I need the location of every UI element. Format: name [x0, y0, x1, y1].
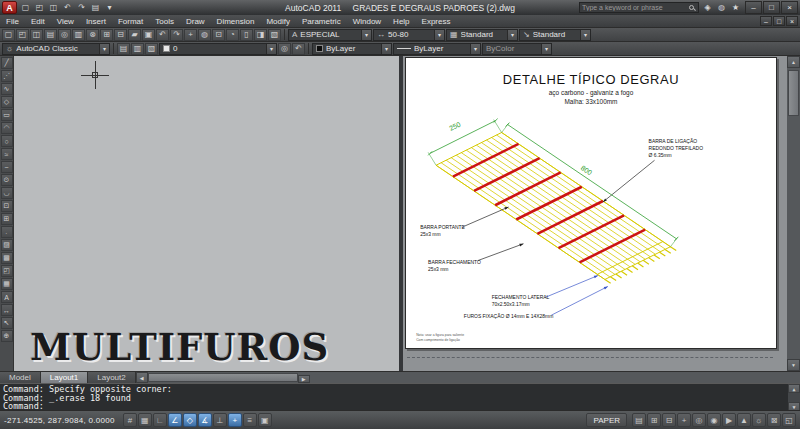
- layer-combo[interactable]: 0 ▾: [159, 43, 277, 55]
- quick-access-menu-icon[interactable]: ▾: [103, 2, 116, 14]
- dropdown-arrow-icon[interactable]: ▾: [507, 30, 517, 40]
- toolbar-lock-icon[interactable]: ⊠: [767, 413, 781, 427]
- scroll-down-icon[interactable]: ▼: [787, 359, 800, 371]
- plot-icon[interactable]: ▤: [89, 2, 102, 14]
- minimize-button[interactable]: –: [745, 1, 762, 14]
- dropdown-arrow-icon[interactable]: ▾: [580, 30, 590, 40]
- hatch-icon[interactable]: ▨: [1, 239, 13, 251]
- layer-isolate-icon[interactable]: ▧: [145, 43, 158, 55]
- color-combo[interactable]: ByLayer ▾: [312, 43, 392, 55]
- zoom-window-icon[interactable]: ⊡: [212, 29, 225, 41]
- dyn-toggle[interactable]: +: [228, 413, 242, 427]
- search-icon[interactable]: [689, 5, 694, 10]
- text-style-combo[interactable]: A ESPECIAL ▾: [288, 29, 372, 41]
- dropdown-arrow-icon[interactable]: ▾: [361, 30, 371, 40]
- quick-view-drawings-icon[interactable]: ⊟: [662, 413, 676, 427]
- dropdown-arrow-icon[interactable]: ▾: [434, 30, 444, 40]
- tool-palettes-icon[interactable]: ▧: [268, 29, 281, 41]
- open-icon[interactable]: ◰: [16, 29, 29, 41]
- cut-icon[interactable]: ⊗: [86, 29, 99, 41]
- construction-line-icon[interactable]: ⋰: [1, 70, 13, 82]
- dropdown-arrow-icon[interactable]: ▾: [99, 44, 109, 54]
- undo-icon[interactable]: ↶: [156, 29, 169, 41]
- save-icon[interactable]: ◫: [30, 29, 43, 41]
- redo-icon[interactable]: ↷: [170, 29, 183, 41]
- linetype-combo[interactable]: ByLayer ▾: [393, 43, 481, 55]
- paper-space-button[interactable]: PAPER: [586, 413, 627, 427]
- scroll-up-icon[interactable]: ▲: [788, 384, 800, 393]
- favorites-icon[interactable]: ★: [729, 2, 742, 14]
- properties-icon[interactable]: ▯: [240, 29, 253, 41]
- tab-model[interactable]: Model: [0, 372, 41, 383]
- pan-icon[interactable]: +: [677, 413, 691, 427]
- line-icon[interactable]: ╱: [1, 57, 13, 69]
- region-icon[interactable]: ◰: [1, 265, 13, 277]
- save-icon[interactable]: ◫: [47, 2, 60, 14]
- zoom-previous-icon[interactable]: ◔: [226, 29, 239, 41]
- menu-item[interactable]: Window: [347, 15, 387, 27]
- clean-screen-icon[interactable]: ◱: [782, 413, 796, 427]
- insert-block-icon[interactable]: ⊡: [1, 200, 13, 212]
- horizontal-scrollbar[interactable]: ◀ ▶: [136, 372, 800, 383]
- menu-item[interactable]: File: [0, 15, 25, 27]
- qnew-icon[interactable]: ▢: [2, 29, 15, 41]
- vertical-scrollbar[interactable]: ▲ ▼: [787, 56, 800, 371]
- tolerance-icon[interactable]: ⊕: [1, 330, 13, 342]
- mleader-style-combo[interactable]: ↘ Standard ▾: [519, 29, 591, 41]
- menu-item[interactable]: Tools: [149, 15, 180, 27]
- dim-style-combo[interactable]: ↔ 50-80 ▾: [373, 29, 445, 41]
- otrack-toggle[interactable]: ∡: [198, 413, 212, 427]
- mtext-icon[interactable]: A: [1, 291, 13, 303]
- menu-item[interactable]: Edit: [25, 15, 51, 27]
- match-properties-icon[interactable]: ▰: [128, 29, 141, 41]
- polyline-icon[interactable]: ∿: [1, 83, 13, 95]
- scroll-left-icon[interactable]: ◀: [136, 372, 148, 383]
- pan-icon[interactable]: +: [184, 29, 197, 41]
- model-layout-toggle-icon[interactable]: ▤: [632, 413, 646, 427]
- zoom-icon[interactable]: ◎: [692, 413, 706, 427]
- plotstyle-combo[interactable]: ByColor ▾: [482, 43, 552, 55]
- osnap-toggle[interactable]: ◇: [183, 413, 197, 427]
- undo-icon[interactable]: ↶: [61, 2, 74, 14]
- layer-states-icon[interactable]: ▥: [131, 43, 144, 55]
- horizontal-scrollbar-thumb[interactable]: [148, 373, 298, 382]
- block-editor-icon[interactable]: ▣: [142, 29, 155, 41]
- plot-preview-icon[interactable]: ◎: [58, 29, 71, 41]
- doc-restore-button[interactable]: □: [773, 16, 785, 26]
- layout-viewport[interactable]: DETALHE TÍPICO DEGRAU aço carbono - galv…: [403, 56, 787, 371]
- copy-icon[interactable]: ⊞: [100, 29, 113, 41]
- menu-item[interactable]: Modify: [260, 15, 296, 27]
- workspace-switching-icon[interactable]: ☼: [752, 413, 766, 427]
- grid-toggle[interactable]: ▦: [138, 413, 152, 427]
- qp-toggle[interactable]: ▣: [258, 413, 272, 427]
- polygon-icon[interactable]: ◇: [1, 96, 13, 108]
- workspace-combo[interactable]: ☼ AutoCAD Classic ▾: [2, 43, 110, 55]
- application-menu-button[interactable]: A: [2, 1, 17, 14]
- annotation-scale-icon[interactable]: ▲: [737, 413, 751, 427]
- layer-previous-icon[interactable]: ↶: [292, 43, 305, 55]
- plot-icon[interactable]: ▤: [44, 29, 57, 41]
- left-viewport[interactable]: MULTIFUROS: [14, 56, 399, 371]
- arc-icon[interactable]: ◠: [1, 122, 13, 134]
- make-block-icon[interactable]: ⊞: [1, 213, 13, 225]
- layer-properties-icon[interactable]: ▤: [117, 43, 130, 55]
- ellipse-arc-icon[interactable]: ◡: [1, 187, 13, 199]
- show-motion-icon[interactable]: ▶: [722, 413, 736, 427]
- spline-icon[interactable]: ~: [1, 161, 13, 173]
- doc-close-button[interactable]: ×: [786, 16, 798, 26]
- table-icon[interactable]: ▦: [1, 278, 13, 290]
- ducs-toggle[interactable]: ⊥: [213, 413, 227, 427]
- publish-icon[interactable]: ▥: [72, 29, 85, 41]
- command-scrollbar[interactable]: ▲ ▼: [788, 384, 800, 411]
- maximize-button[interactable]: □: [763, 1, 780, 14]
- zoom-realtime-icon[interactable]: ◍: [198, 29, 211, 41]
- vertical-scrollbar-thumb[interactable]: [788, 70, 799, 116]
- dropdown-arrow-icon[interactable]: ▾: [266, 44, 276, 54]
- dropdown-arrow-icon[interactable]: ▾: [541, 44, 551, 54]
- circle-icon[interactable]: ○: [1, 135, 13, 147]
- tab-layout1[interactable]: Layout1: [41, 372, 88, 383]
- doc-minimize-button[interactable]: –: [760, 16, 772, 26]
- lwt-toggle[interactable]: ≡: [243, 413, 257, 427]
- qnew-icon[interactable]: ▢: [19, 2, 32, 14]
- scroll-up-icon[interactable]: ▲: [787, 56, 800, 68]
